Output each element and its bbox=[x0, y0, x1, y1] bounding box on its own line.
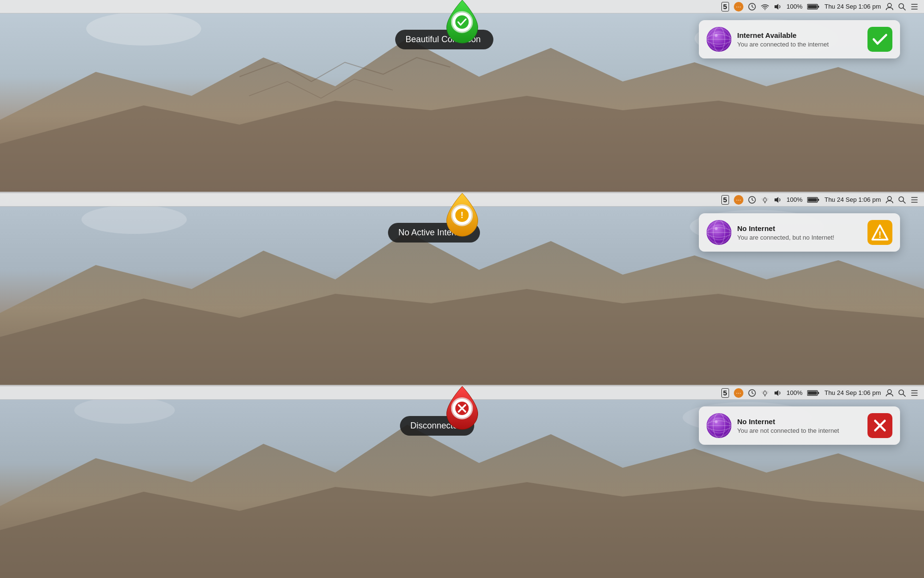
battery-text-2: 100% bbox=[787, 196, 802, 203]
svg-rect-58 bbox=[818, 392, 819, 394]
datetime-3: Thu 24 Sep 1:06 pm bbox=[824, 389, 881, 396]
warning-notification-icon-2: ! bbox=[871, 224, 889, 241]
svg-line-5 bbox=[752, 7, 753, 8]
battery-text-3: 100% bbox=[787, 389, 802, 396]
panel-no-active: 5 ··· bbox=[0, 193, 924, 385]
shield-menubar-icon-1: 5 bbox=[721, 2, 729, 12]
user-menubar-icon-3 bbox=[886, 389, 893, 397]
globe-icon-2 bbox=[707, 220, 731, 245]
search-menubar-icon-2 bbox=[898, 196, 906, 204]
notification-text-1: Internet Available You are connected to … bbox=[737, 31, 862, 48]
svg-point-50 bbox=[74, 397, 175, 424]
notification-card-2: No Internet You are connected, but no In… bbox=[699, 213, 900, 252]
clock-menubar-icon-1 bbox=[748, 3, 756, 11]
search-menubar-icon-3 bbox=[898, 389, 906, 397]
svg-point-71 bbox=[707, 421, 731, 430]
list-menubar-icon-3 bbox=[911, 390, 918, 396]
svg-point-42 bbox=[713, 220, 725, 245]
x-icon-3 bbox=[455, 401, 469, 416]
shield-menubar-icon-2: 5 bbox=[721, 195, 729, 205]
dots-menubar-icon-1: ··· bbox=[734, 2, 743, 12]
svg-line-54 bbox=[752, 393, 753, 394]
volume-menubar-icon-3 bbox=[774, 390, 782, 396]
svg-point-10 bbox=[888, 3, 891, 7]
volume-menubar-icon-2 bbox=[774, 197, 782, 203]
svg-point-44 bbox=[707, 228, 731, 237]
shield-menubar-icon-3: 5 bbox=[721, 388, 729, 398]
search-menubar-icon-1 bbox=[898, 3, 906, 11]
svg-text:!: ! bbox=[461, 210, 464, 220]
notification-status-icon-1 bbox=[867, 27, 892, 52]
notification-card-3: No Internet You are not connected to the… bbox=[699, 406, 900, 445]
globe-icon-1 bbox=[707, 27, 731, 52]
wifi-menubar-icon-1 bbox=[761, 3, 769, 10]
svg-point-34 bbox=[888, 197, 891, 200]
svg-point-46 bbox=[715, 227, 718, 230]
dots-menubar-icon-2: ··· bbox=[734, 195, 743, 205]
list-menubar-icon-2 bbox=[911, 197, 918, 203]
volume-menubar-icon-1 bbox=[774, 3, 782, 10]
svg-line-28 bbox=[752, 200, 753, 201]
droplet-container-1[interactable] bbox=[442, 0, 482, 46]
notification-title-1: Internet Available bbox=[737, 31, 862, 39]
battery-icon-3 bbox=[807, 390, 820, 396]
screenshot-container: 5 ··· 100% Thu 24 Sep 1:06 pm bbox=[0, 0, 924, 578]
menu-bar-items-1: 5 ··· 100% Thu 24 Sep 1:06 pm bbox=[721, 2, 918, 12]
notification-status-icon-3 bbox=[867, 413, 892, 438]
svg-point-69 bbox=[713, 413, 725, 438]
svg-point-24 bbox=[81, 205, 187, 234]
svg-rect-32 bbox=[818, 199, 819, 201]
notification-subtitle-1: You are connected to the internet bbox=[737, 41, 862, 48]
notification-card-1: Internet Available You are connected to … bbox=[699, 20, 900, 58]
svg-point-60 bbox=[888, 390, 891, 393]
user-menubar-icon-2 bbox=[886, 196, 893, 204]
check-icon-1 bbox=[455, 15, 469, 29]
notification-subtitle-3: You are not connected to the internet bbox=[737, 427, 862, 434]
svg-line-12 bbox=[903, 8, 906, 10]
svg-point-22 bbox=[715, 34, 718, 37]
svg-point-1 bbox=[86, 12, 201, 46]
svg-marker-30 bbox=[775, 197, 778, 203]
droplet-badge-2: ! bbox=[451, 204, 473, 226]
panel-connected: 5 ··· 100% Thu 24 Sep 1:06 pm bbox=[0, 0, 924, 192]
svg-point-16 bbox=[456, 15, 469, 29]
list-menubar-icon-1 bbox=[911, 3, 918, 10]
svg-point-21 bbox=[707, 28, 730, 51]
svg-line-36 bbox=[903, 201, 906, 203]
notification-subtitle-2: You are connected, but no Internet! bbox=[737, 234, 862, 241]
svg-point-45 bbox=[707, 221, 730, 244]
svg-text:!: ! bbox=[878, 230, 881, 240]
notification-title-3: No Internet bbox=[737, 417, 862, 426]
battery-text-1: 100% bbox=[787, 3, 802, 10]
svg-marker-56 bbox=[775, 390, 778, 396]
droplet-badge-1 bbox=[451, 11, 473, 33]
menu-bar-items-2: 5 ··· bbox=[721, 195, 918, 205]
clock-menubar-icon-3 bbox=[748, 389, 756, 397]
check-notification-icon-1 bbox=[871, 31, 889, 48]
wifi-no-menubar-icon-3 bbox=[761, 390, 769, 396]
svg-rect-33 bbox=[808, 198, 817, 201]
clock-menubar-icon-2 bbox=[748, 196, 756, 204]
datetime-1: Thu 24 Sep 1:06 pm bbox=[824, 3, 881, 10]
droplet-badge-3 bbox=[451, 397, 473, 419]
svg-rect-59 bbox=[808, 391, 817, 394]
svg-point-72 bbox=[707, 414, 730, 437]
svg-point-73 bbox=[715, 420, 718, 423]
svg-point-17 bbox=[707, 27, 731, 52]
svg-marker-6 bbox=[775, 4, 778, 10]
datetime-2: Thu 24 Sep 1:06 pm bbox=[824, 196, 881, 203]
wifi-no-menubar-icon-2 bbox=[761, 197, 769, 203]
dots-menubar-icon-3: ··· bbox=[734, 388, 743, 398]
globe-icon-3 bbox=[707, 413, 731, 438]
x-notification-icon-3 bbox=[871, 417, 889, 434]
droplet-container-3[interactable] bbox=[442, 386, 482, 432]
battery-icon-1 bbox=[807, 3, 820, 10]
menu-bar-items-3: 5 ··· 100% bbox=[721, 388, 918, 398]
droplet-container-2[interactable]: ! bbox=[442, 193, 482, 239]
user-menubar-icon-1 bbox=[886, 3, 893, 11]
warning-icon-2: ! bbox=[455, 208, 469, 222]
svg-rect-8 bbox=[818, 6, 819, 8]
svg-point-18 bbox=[713, 27, 725, 52]
notification-text-2: No Internet You are connected, but no In… bbox=[737, 224, 862, 241]
notification-text-3: No Internet You are not connected to the… bbox=[737, 417, 862, 434]
